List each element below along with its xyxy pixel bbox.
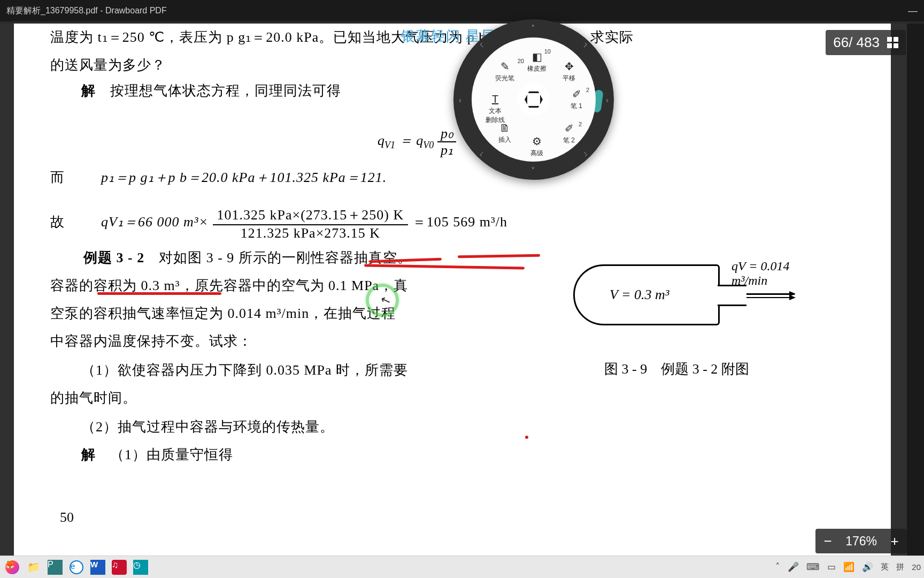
zoom-value[interactable]: 176% [840,534,882,549]
titlebar: 精要解析_13679958.pdf - Drawboard PDF — [0,0,924,21]
zoom-out-button[interactable]: − [815,533,840,550]
taskbar-explorer[interactable]: 📁 [25,558,43,576]
tray-chevron-icon[interactable]: ˄ [775,561,780,573]
tool-eraser[interactable]: ◧10橡皮擦 [521,50,553,73]
page-counter[interactable]: 66/ 483 [826,30,906,55]
taskbar-edge[interactable]: e [67,558,86,576]
app-icon: P [48,560,63,575]
text-line: 例题 3 - 2 对如图 3 - 9 所示的一刚性容器抽真空。 [83,248,412,267]
tool-pen-2[interactable]: ✐2笔 2 [553,122,585,145]
settings-icon: ⚙ [521,135,553,148]
highlighter-icon: ✎ [489,60,521,73]
annotation-underline[interactable] [97,292,221,295]
tray-microphone-icon[interactable]: 🎤 [788,561,799,573]
ime-mode[interactable]: 拼 [896,562,904,572]
tool-insert[interactable]: 🗎插入 [489,122,521,144]
text-line: 故 qV₁＝66 000 m³× 101.325 kPa×(273.15＋250… [50,206,507,241]
taskbar-app2[interactable]: ◷ [132,558,150,576]
annotation-underline[interactable] [364,264,525,269]
tool-advanced[interactable]: ⚙高级 [521,135,553,158]
text-line: 的送风量为多少？ [50,56,166,74]
app-icon: ◷ [133,560,148,575]
text-line: 空泵的容积抽气速率恒定为 0.014 m³/min，在抽气过程 [50,304,396,323]
chevron-up-icon[interactable]: ˄ [531,24,535,33]
taskbar: 🦊 📁 P e W ♫ ◷ ˄ 🎤 ⌨ ▭ 📶 🔊 英 拼 20 [0,556,924,578]
taskbar-word[interactable]: W [89,558,107,576]
text-line: 而 p₁＝p g₁＋p b＝20.0 kPa＋101.325 kPa＝121. [50,168,387,187]
thumbnails-icon[interactable] [887,37,898,48]
minimize-button[interactable]: — [908,5,918,17]
tray-volume-icon[interactable]: 🔊 [862,561,873,573]
tray-wifi-icon[interactable]: 📶 [843,561,854,573]
text-line: 的抽气时间。 [50,389,137,407]
chevron-down-icon[interactable]: ˅ [531,166,535,176]
taskbar-app[interactable]: P [46,558,64,576]
flow-rate-label: qV = 0.014 m³/min [732,259,805,288]
zoom-control: − 176% + [815,529,907,553]
insert-icon: 🗎 [489,122,521,134]
pan-icon: ✥ [553,60,585,73]
tool-pen-1[interactable]: ✐2笔 1 [560,88,592,111]
text-line: （2）抽气过程中容器与环境的传热量。 [81,417,334,436]
tray-keyboard-icon[interactable]: ⌨ [806,561,820,573]
text-line: （1）欲使容器内压力下降到 0.035 MPa 时，所需要 [81,361,408,379]
clock[interactable]: 20 [912,562,921,572]
edge-icon: e [70,560,83,574]
ime-language[interactable]: 英 [881,562,889,572]
tray-battery-icon[interactable]: ▭ [827,561,836,573]
tool-highlighter[interactable]: ✎20荧光笔 [489,60,521,83]
window-title: 精要解析_13679958.pdf - Drawboard PDF [6,5,167,17]
tool-strikethrough[interactable]: T文本 删除线 [479,93,511,125]
strikethrough-icon: T [479,93,511,105]
page-number: 50 [60,509,74,526]
figure-caption: 图 3 - 9 例题 3 - 2 附图 [604,360,749,378]
flow-arrow-icon [746,291,795,300]
text-line: 解 （1）由质量守恒得 [81,445,233,464]
tool-pan[interactable]: ✥平移 [553,60,585,83]
chevron-left-icon[interactable]: ‹ [459,95,461,104]
taskbar-firefox[interactable]: 🦊 [3,558,21,576]
annotation-underline[interactable] [458,254,540,258]
pdf-page: 温度为 t₁＝250 ℃，表压为 p g₁＝20.0 kPa。已知当地大气压力为… [14,24,891,556]
word-icon: W [90,560,105,575]
music-icon: ♫ [112,560,127,575]
text-line: 解 按理想气体状态方程，同理同法可得 [81,81,341,100]
equation: qV1 ＝ qV0 p₀p₁ [378,125,456,158]
zoom-in-button[interactable]: + [882,533,907,550]
annotation-dot[interactable] [525,436,528,439]
radial-tool-menu[interactable]: ˄ ˅ ‹ › ┌ ┐ └ ┘ ✎20荧光笔 ◧10橡皮擦 ✥平移 T文本 删除… [453,19,614,180]
wheel-hub-button[interactable] [518,83,550,116]
taskbar-netease[interactable]: ♫ [110,558,128,576]
figure-3-9: V = 0.3 m³ qV = 0.014 m³/min 图 3 - 9 例题 … [565,264,805,332]
chevron-right-icon[interactable]: › [606,95,609,104]
folder-icon: 📁 [27,561,40,573]
right-gutter [907,24,924,556]
text-line: 中容器内温度保持不变。试求： [50,332,252,351]
firefox-icon: 🦊 [5,560,19,574]
hexagon-icon [525,90,543,109]
vessel-volume-label: V = 0.3 m³ [610,287,669,303]
